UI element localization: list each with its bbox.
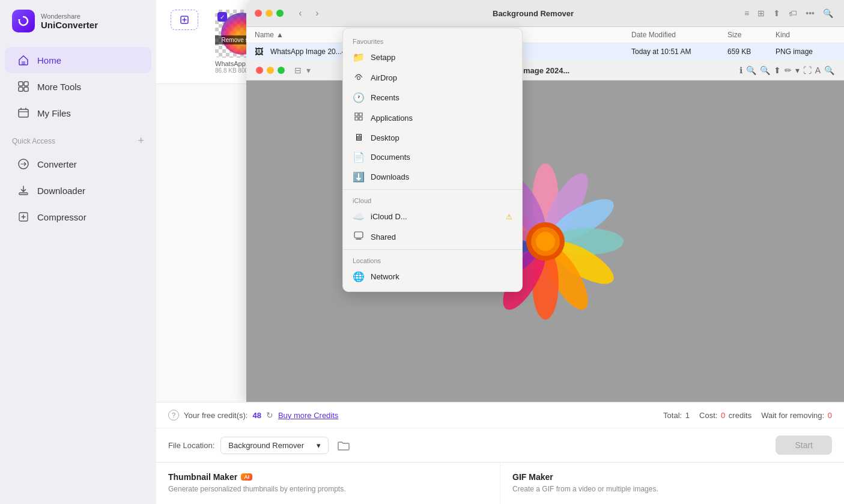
edit-icon[interactable]: ✏ (785, 65, 792, 75)
nav-back-button[interactable]: ‹ (293, 6, 308, 20)
more-icon[interactable]: ••• (803, 7, 817, 19)
window-controls (255, 10, 284, 17)
more-tools-icon (17, 80, 30, 93)
picker-item-shared[interactable]: Shared (343, 226, 522, 247)
zoom-out-icon[interactable]: 🔍 (746, 65, 756, 75)
finder-toolbar: ‹ › Background Remover ≡ ⊞ ⬆ 🏷 ••• 🔍 (246, 0, 844, 27)
compressor-icon (17, 210, 30, 223)
network-label: Network (371, 272, 399, 281)
sidebar-item-more-tools[interactable]: More Tools (5, 73, 151, 100)
credits-row: ? Your free credit(s): 48 ↻ Buy more Cre… (156, 402, 844, 428)
picker-item-setapp[interactable]: 📁 Setapp (343, 47, 522, 67)
bottom-controls: ? Your free credit(s): 48 ↻ Buy more Cre… (156, 402, 844, 504)
cost-label: Cost: 0 credits (699, 411, 751, 420)
logo-brand: Wondershare (41, 13, 98, 20)
shared-icon (353, 231, 365, 243)
viewer-maximize[interactable] (278, 67, 285, 74)
picker-item-icloud-drive[interactable]: ☁️ iCloud D... ⚠ (343, 207, 522, 226)
recents-icon: 🕐 (353, 92, 365, 103)
nav-forward-button[interactable]: › (310, 6, 324, 20)
picker-item-downloads[interactable]: ⬇️ Downloads (343, 167, 522, 187)
my-files-label: My Files (37, 108, 71, 118)
info-icon[interactable]: ℹ (739, 65, 742, 75)
thumbnail-maker-desc: Generate personalized thumbnails by ente… (168, 484, 488, 494)
quick-access-section: Quick Access + (0, 126, 156, 151)
airdrop-label: AirDrop (371, 73, 397, 82)
svg-point-25 (536, 232, 555, 251)
view-mode-icon[interactable]: ⊟ (294, 65, 302, 75)
picker-item-airdrop[interactable]: AirDrop (343, 67, 522, 88)
downloads-icon: ⬇️ (353, 171, 365, 183)
picker-item-applications[interactable]: Applications (343, 108, 522, 128)
zoom-in-icon[interactable]: 🔍 (760, 65, 770, 75)
file-location-label: File Location: (168, 441, 214, 450)
sidebar-item-compressor[interactable]: Compressor (5, 204, 151, 230)
quick-access-add[interactable]: + (138, 135, 144, 147)
svg-rect-3 (24, 82, 28, 86)
gif-maker-card: GIF Maker Create a GIF from a video or m… (500, 463, 844, 504)
fullscreen-icon[interactable]: ⛶ (803, 65, 812, 75)
file-list-row[interactable]: 🖼 WhatsApp Image 20...4 at 10.49.39 AM.p… (246, 43, 844, 61)
file-location-select[interactable]: Background Remover ▾ (220, 437, 329, 454)
col-size-header: Size (727, 31, 776, 39)
my-files-icon (17, 106, 30, 120)
finder-title: Background Remover (329, 9, 737, 18)
more-tools-label: More Tools (37, 82, 81, 92)
view-list-icon[interactable]: ≡ (742, 7, 751, 19)
svg-marker-0 (18, 19, 20, 22)
file-type-icon: 🖼 (255, 47, 264, 56)
gif-maker-title: GIF Maker (512, 472, 832, 482)
file-location-value: Background Remover (228, 441, 304, 450)
viewer-search-icon[interactable]: 🔍 (824, 65, 834, 75)
svg-rect-1 (22, 61, 25, 65)
finder-toolbar-actions: ≡ ⊞ ⬆ 🏷 ••• 🔍 (742, 7, 836, 19)
ai-badge: AI (241, 473, 252, 481)
file-kind-cell: PNG image (776, 47, 836, 56)
buy-credits-link[interactable]: Buy more Credits (278, 411, 338, 420)
svg-rect-29 (354, 232, 363, 238)
tag-icon[interactable]: 🏷 (786, 7, 800, 19)
viewer-close[interactable] (256, 67, 263, 74)
view-grid-icon[interactable]: ⊞ (755, 7, 767, 19)
viewer-minimize[interactable] (267, 67, 274, 74)
applications-icon (353, 112, 365, 124)
network-icon: 🌐 (353, 271, 365, 282)
downloads-label: Downloads (371, 172, 409, 181)
edit-more-icon[interactable]: ▾ (795, 65, 800, 75)
window-minimize[interactable] (266, 10, 273, 17)
svg-rect-8 (19, 193, 28, 195)
help-icon[interactable]: ? (168, 410, 179, 421)
add-files-button[interactable] (171, 10, 198, 30)
sidebar-item-my-files[interactable]: My Files (5, 100, 151, 126)
picker-item-network[interactable]: 🌐 Network (343, 267, 522, 287)
app-logo: Wondershare UniConverter (0, 10, 156, 47)
picker-divider-1 (343, 189, 522, 190)
file-picker-dropdown: Favourites 📁 Setapp AirDrop 🕐 Recents (342, 28, 523, 292)
col-kind-header: Kind (776, 31, 836, 39)
picker-item-documents[interactable]: 📄 Documents (343, 147, 522, 167)
shared-label: Shared (371, 232, 396, 241)
airdrop-icon (353, 71, 365, 83)
share-action-icon[interactable]: ⬆ (774, 65, 781, 75)
sidebar-item-home[interactable]: Home (5, 47, 151, 73)
picker-item-desktop[interactable]: 🖥 Desktop (343, 128, 522, 147)
credits-label: Your free credit(s): (184, 411, 247, 420)
refresh-icon[interactable]: ↻ (266, 410, 273, 420)
view-mode-dropdown[interactable]: ▾ (306, 65, 311, 75)
search-icon[interactable]: 🔍 (821, 7, 836, 19)
window-close[interactable] (255, 10, 262, 17)
gif-maker-desc: Create a GIF from a video or multiple im… (512, 484, 832, 494)
picker-item-recents[interactable]: 🕐 Recents (343, 88, 522, 108)
sidebar-item-converter[interactable]: Converter (5, 151, 151, 177)
sidebar-item-downloader[interactable]: Downloader (5, 177, 151, 204)
credits-number: 48 (252, 411, 261, 420)
window-maximize[interactable] (276, 10, 284, 17)
share-icon[interactable]: ⬆ (771, 7, 783, 19)
icloud-warning-icon: ⚠ (506, 213, 512, 221)
sort-arrow: ▲ (276, 31, 284, 39)
start-button[interactable]: Start (776, 436, 832, 455)
markup-icon[interactable]: A (815, 65, 821, 75)
home-label: Home (37, 55, 61, 65)
finder-navigation: ‹ › (293, 6, 324, 20)
open-folder-button[interactable] (335, 436, 353, 454)
